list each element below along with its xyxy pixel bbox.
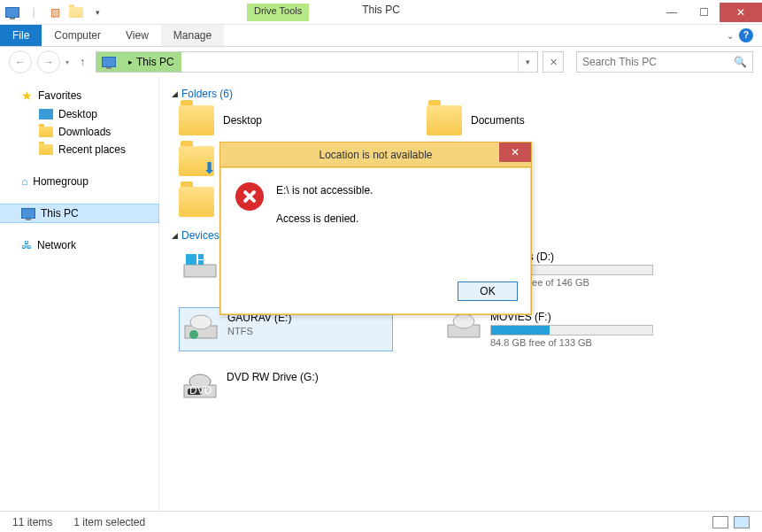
desktop-icon: [39, 109, 53, 120]
search-icon[interactable]: 🔍: [734, 56, 747, 68]
tree-label: Desktop: [58, 108, 97, 120]
tab-computer[interactable]: Computer: [42, 25, 113, 46]
folder-desktop[interactable]: Desktop: [179, 105, 373, 135]
maximize-button[interactable]: ☐: [688, 3, 720, 22]
quick-access-toolbar: | ▧ ▾: [0, 0, 110, 24]
address-empty[interactable]: [181, 52, 518, 72]
star-icon: ★: [21, 89, 33, 103]
dialog-message-1: E:\ is not accessible.: [276, 184, 373, 197]
new-folder-icon[interactable]: [67, 4, 85, 21]
folder-icon: [39, 127, 53, 137]
error-dialog: Location is not available ✕ E:\ is not a…: [219, 142, 532, 315]
drive-icon: [446, 311, 481, 341]
collapse-icon: ◢: [172, 231, 178, 240]
tab-view[interactable]: View: [113, 25, 161, 46]
tree-desktop[interactable]: Desktop: [0, 105, 158, 123]
dialog-message-2: Access is denied.: [276, 212, 373, 225]
dialog-titlebar[interactable]: Location is not available ✕: [220, 143, 531, 167]
title-bar: | ▧ ▾ Drive Tools This PC — ☐ ✕: [0, 0, 762, 25]
status-item-count: 11 items: [12, 516, 52, 528]
refresh-button[interactable]: ✕: [543, 51, 564, 73]
forward-button[interactable]: →: [37, 50, 60, 73]
section-label: Folders (6): [181, 88, 233, 100]
tab-file[interactable]: File: [0, 25, 42, 46]
minimize-button[interactable]: —: [656, 3, 688, 22]
svg-rect-3: [198, 260, 204, 265]
folder-icon: [179, 105, 214, 135]
folder-documents[interactable]: Documents: [427, 105, 621, 135]
details-view-button[interactable]: [712, 516, 728, 528]
tree-label: Homegroup: [33, 175, 89, 188]
search-box[interactable]: 🔍: [576, 51, 753, 73]
section-label: Devices and drives (5): [181, 229, 220, 242]
ribbon-collapse-icon[interactable]: ⌄: [727, 31, 734, 41]
network-icon: 🖧: [21, 239, 32, 251]
navigation-bar: ← → ▾ ↑ ▸This PC ▾ ✕ 🔍: [0, 47, 762, 77]
drive-free-label: 84.8 GB free of 133 GB: [490, 337, 653, 348]
drive-label: DVD RW Drive (G:): [227, 371, 389, 383]
tab-manage[interactable]: Manage: [161, 25, 224, 46]
dialog-close-button[interactable]: ✕: [499, 143, 531, 162]
svg-rect-1: [186, 254, 196, 265]
error-icon: [235, 182, 264, 211]
window-title: This PC: [0, 4, 762, 16]
address-icon: [96, 52, 121, 72]
history-dropdown-icon[interactable]: ▾: [65, 58, 69, 66]
close-button[interactable]: ✕: [720, 3, 762, 22]
collapse-icon: ◢: [172, 89, 178, 98]
dialog-title-text: Location is not available: [319, 149, 432, 161]
folder-label: Documents: [471, 114, 525, 127]
ribbon-tabs: File Computer View Manage ⌄ ?: [0, 25, 762, 47]
svg-point-7: [190, 315, 212, 329]
contextual-tab-label: Drive Tools: [247, 4, 309, 21]
tree-label: Network: [37, 239, 76, 251]
address-bar[interactable]: ▸This PC ▾: [96, 51, 538, 73]
address-dropdown-icon[interactable]: ▾: [518, 52, 537, 72]
address-crumb-label: This PC: [136, 56, 174, 68]
tree-label: Favorites: [38, 89, 81, 102]
section-folders-header[interactable]: ◢Folders (6): [172, 88, 750, 100]
tree-this-pc[interactable]: This PC: [0, 204, 159, 223]
tree-homegroup[interactable]: ⌂Homegroup: [0, 173, 158, 190]
up-button[interactable]: ↑: [74, 54, 90, 70]
homegroup-icon: ⌂: [21, 175, 27, 188]
app-icon: [4, 4, 21, 21]
drive-sub-label: NTFS: [227, 326, 389, 336]
qat-separator: |: [25, 4, 42, 21]
tree-downloads[interactable]: Downloads: [0, 123, 158, 141]
address-crumb[interactable]: ▸This PC: [121, 52, 181, 72]
status-bar: 11 items 1 item selected: [0, 511, 762, 532]
folder-icon: [427, 105, 462, 135]
folder-label: Desktop: [223, 114, 262, 127]
tree-label: This PC: [41, 207, 79, 220]
drive-g[interactable]: DVD DVD RW Drive (G:): [179, 367, 393, 405]
qat-dropdown-icon[interactable]: ▾: [89, 4, 106, 21]
properties-icon[interactable]: ▧: [46, 4, 64, 21]
tree-label: Downloads: [58, 126, 111, 138]
svg-point-10: [453, 314, 474, 328]
tiles-view-button[interactable]: [734, 516, 750, 528]
svg-point-8: [189, 330, 198, 339]
drive-icon: [182, 251, 218, 281]
window-controls: — ☐ ✕: [656, 3, 762, 22]
svg-text:DVD: DVD: [189, 384, 212, 397]
pc-icon: [21, 208, 35, 219]
dvd-icon: DVD: [182, 371, 218, 401]
tree-favorites[interactable]: ★Favorites: [0, 86, 158, 105]
tree-network[interactable]: 🖧Network: [0, 236, 158, 254]
tree-label: Recent places: [58, 143, 126, 156]
ok-button[interactable]: OK: [458, 281, 518, 301]
svg-rect-2: [198, 254, 204, 259]
folder-icon: [39, 144, 53, 155]
drive-icon: [183, 312, 219, 342]
folder-icon: ⬇: [179, 146, 214, 176]
navigation-pane: ★Favorites Desktop Downloads Recent plac…: [0, 77, 159, 511]
svg-rect-0: [184, 265, 216, 277]
back-button[interactable]: ←: [9, 50, 32, 73]
status-selected-count: 1 item selected: [73, 516, 145, 528]
folder-icon: [179, 187, 214, 217]
help-icon[interactable]: ?: [739, 28, 753, 42]
search-input[interactable]: [582, 56, 734, 68]
capacity-bar: [490, 325, 653, 335]
tree-recent[interactable]: Recent places: [0, 141, 158, 158]
